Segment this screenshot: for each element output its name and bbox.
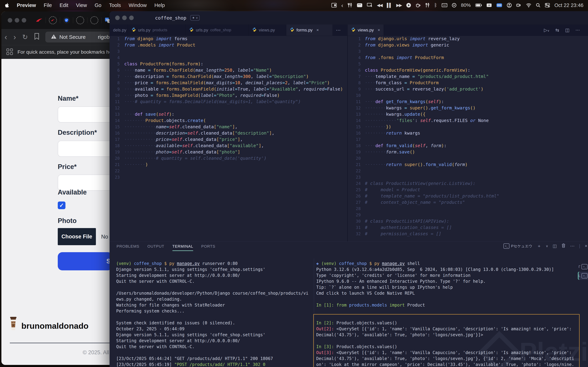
zoom-window-button[interactable] [129,16,134,20]
editor-tabs-right: views.py × ▷∨ ⇆ ◫ ⋯ [347,25,588,36]
utensils-icon[interactable] [425,3,430,8]
menu-item-help[interactable]: Help [150,2,169,8]
copilot-icon[interactable]: ✦∨ [190,15,200,21]
terminal-session-item[interactable]: Γ>_ [578,263,588,271]
run-python-button[interactable]: ▷∨ [544,27,550,33]
close-tab-icon[interactable]: × [378,28,380,33]
shortcuts-icon[interactable] [348,3,352,8]
editor-views-py[interactable]: 1from django.urls import reverse_lazy2fr… [348,36,588,242]
terminal-dropdown-icon[interactable]: ∨ [546,244,548,248]
chevron-left-icon[interactable]: ‹ [341,2,343,9]
fast-forward-icon[interactable]: ▶▶ [396,3,402,8]
terminal-line [116,314,312,320]
bookmark-sidebar-icon[interactable] [31,33,43,42]
reload-button[interactable]: ↻ [19,33,31,41]
tab-views-py[interactable]: views.py [249,25,286,36]
menu-item-tools[interactable]: Tools [105,2,125,8]
terminal-runserver[interactable]: (venv) coffee_shop $ py manage.py runser… [116,261,312,367]
close-panel-icon[interactable]: × [585,243,587,249]
search-icon[interactable] [536,3,540,8]
stage-manager-icon[interactable] [331,3,337,8]
terminal-session-badge[interactable]: >_Pセケュエウ [503,243,532,249]
menu-item-go[interactable]: Go [91,2,105,8]
apple-logo-icon[interactable] [5,3,9,8]
pause-icon[interactable]: ▌▌ [387,3,392,8]
coffee-logo: Coffee [9,316,17,332]
panel-tab-output[interactable]: OUTPUT [147,244,164,251]
wifi-icon[interactable] [526,3,531,7]
menu-bar-clock[interactable]: Oct 22 23:46 [554,2,583,8]
minimize-window-button[interactable] [122,16,127,20]
site-brand[interactable]: brunomaldonado [21,321,88,331]
keypad-icon[interactable]: 98 [486,3,492,7]
battery-icon[interactable] [475,3,482,7]
terminal-line [116,350,312,356]
code-line: 1from django.urls import reverse_lazy [348,36,588,42]
rog-extension-icon[interactable] [36,17,43,24]
submit-button[interactable]: S [58,252,112,270]
display-mirroring-icon[interactable] [367,3,372,8]
bluetooth-icon[interactable]: ᛒ [434,2,437,8]
control-center-icon[interactable] [545,3,550,8]
play-circle2-icon[interactable] [452,3,456,8]
adguard-extension-icon[interactable] [63,17,70,24]
zoom-window-button[interactable] [22,18,26,23]
terminal-session-item-active[interactable]: L>_ [578,272,588,280]
code-line: 31# authentication_classes = [] [348,224,588,231]
tab-urls-py-products[interactable]: urls.pyproducts [128,25,186,36]
new-terminal-icon[interactable]: ＋ [537,243,541,249]
tab-label: views.py [259,28,275,33]
panel-more-actions-icon[interactable]: ⋯ [570,243,575,249]
rog-dashed-extension-icon[interactable] [49,16,57,24]
panel-tab-ports[interactable]: PORTS [201,244,215,251]
menu-item-file[interactable]: File [40,2,56,8]
window-switcher-icon[interactable] [496,3,502,7]
tab-forms-py[interactable]: forms.py× [286,25,333,36]
menubar-app-icon[interactable] [357,3,363,7]
editor-forms-py[interactable]: 1from django import forms2from .models i… [110,36,347,242]
tab-urls-py-coffee_shop[interactable]: urls.pycoffee_shop [186,25,249,36]
terminal-line: ews.py changed, reloading. [116,296,312,302]
split-editor-icon[interactable]: ◫ [565,27,570,33]
coffee-cup-icon[interactable] [416,3,421,8]
close-window-button[interactable] [115,16,120,20]
close-window-button[interactable] [8,18,12,23]
power-adapter-icon[interactable] [516,3,521,7]
menu-item-preview[interactable]: Preview [13,2,40,8]
menu-item-view[interactable]: View [72,2,91,8]
code-line: 29 [348,212,588,218]
dashed-extension-icon-2[interactable] [90,16,98,24]
kill-terminal-icon[interactable] [562,243,566,249]
terminal-line: ❖ (venv) coffee_shop $ py manage.py shel… [316,261,579,267]
menu-item-window[interactable]: Window [125,2,150,8]
user-account-icon[interactable] [507,3,512,8]
bookmarks-grid-icon[interactable] [6,48,13,56]
rewind-icon[interactable]: ◀◀ [377,3,382,8]
available-checkbox[interactable]: ✓ [58,201,65,209]
tab-views-py[interactable]: views.py × [347,25,384,36]
menu-item-edit[interactable]: Edit [56,2,72,8]
back-button[interactable]: ‹ [1,33,10,42]
editor-more-actions-icon[interactable]: ⋯ [575,27,580,33]
vscode-titlebar[interactable]: coffee_shop ✦∨ [110,11,588,25]
terminal-line: In [3]: Product.objects.values() [316,344,579,350]
choose-file-button[interactable]: Choose File [58,228,96,245]
close-tab-icon[interactable]: × [316,28,319,33]
tab-dels-py[interactable]: dels.py [110,25,128,36]
keyboard-brightness-icon[interactable] [442,3,447,7]
open-changes-icon[interactable]: ⇆ [555,27,559,33]
tabs-overflow-icon[interactable]: ⋯ [333,25,344,36]
split-terminal-icon[interactable]: ◫ [553,243,557,249]
forward-button[interactable]: › [10,33,19,42]
python-file-icon [290,27,294,33]
svg-text:98: 98 [488,4,490,6]
name-label: Name* [58,95,78,102]
play-circle-icon[interactable] [406,3,411,8]
dashed-extension-icon-1[interactable] [76,16,84,24]
panel-tab-problems[interactable]: PROBLEMS [117,244,139,251]
code-line: 32# permission_classes = [] [348,231,588,237]
panel-tab-terminal[interactable]: TERMINAL [172,244,193,251]
minimize-window-button[interactable] [15,18,19,23]
terminal-line [316,308,579,314]
terminal-shell[interactable]: ❖ (venv) coffee_shop $ py manage.py shel… [316,261,579,367]
